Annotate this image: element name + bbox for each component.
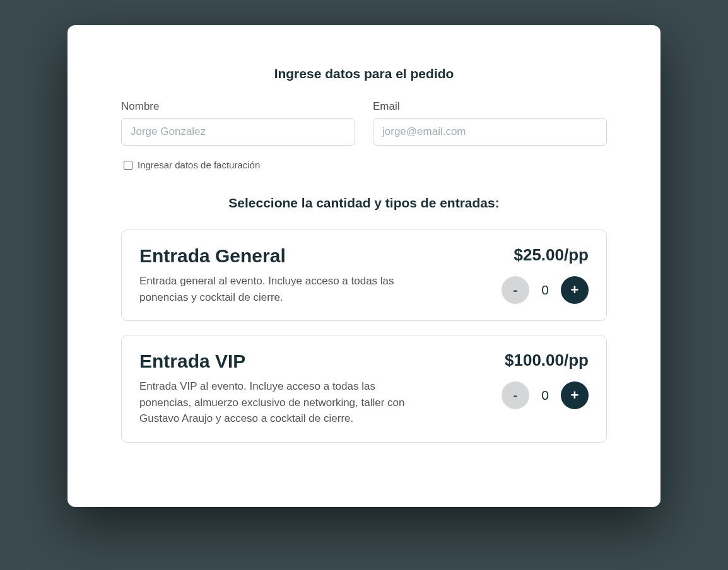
ticket-description: Entrada general al evento. Incluye acces… [139,273,430,305]
email-group: Email [373,100,607,146]
ticket-right: $100.00/pp - 0 + [475,351,589,427]
ticket-info: Entrada General Entrada general al event… [139,245,450,305]
ticket-price: $100.00/pp [505,351,589,370]
ticket-description: Entrada VIP al evento. Incluye acceso a … [139,378,430,427]
billing-checkbox-label: Ingresar datos de facturación [138,160,260,170]
quantity-value: 0 [541,282,549,298]
ticket-right: $25.00/pp - 0 + [475,245,589,305]
quantity-minus-button[interactable]: - [502,276,529,304]
quantity-minus-button[interactable]: - [502,381,529,409]
billing-checkbox[interactable] [124,161,132,170]
name-label: Nombre [121,100,355,113]
quantity-plus-button[interactable]: + [561,276,589,304]
name-input[interactable] [121,118,355,146]
email-label: Email [373,100,607,113]
billing-checkbox-row: Ingresar datos de facturación [121,160,607,170]
ticket-info: Entrada VIP Entrada VIP al evento. Inclu… [139,351,450,427]
quantity-controls: - 0 + [502,276,589,304]
form-row: Nombre Email [121,100,607,146]
ticket-title: Entrada VIP [139,351,450,372]
order-form-card: Ingrese datos para el pedido Nombre Emai… [68,25,660,507]
email-input[interactable] [373,118,607,146]
page-title: Ingrese datos para el pedido [121,66,607,81]
ticket-card-general: Entrada General Entrada general al event… [121,230,607,321]
ticket-title: Entrada General [139,245,450,267]
ticket-price: $25.00/pp [514,245,589,265]
quantity-value: 0 [541,388,549,403]
ticket-card-vip: Entrada VIP Entrada VIP al evento. Inclu… [121,335,607,443]
quantity-plus-button[interactable]: + [561,381,589,409]
quantity-controls: - 0 + [502,381,589,409]
tickets-heading: Seleccione la cantidad y tipos de entrad… [121,195,607,211]
name-group: Nombre [121,100,355,146]
